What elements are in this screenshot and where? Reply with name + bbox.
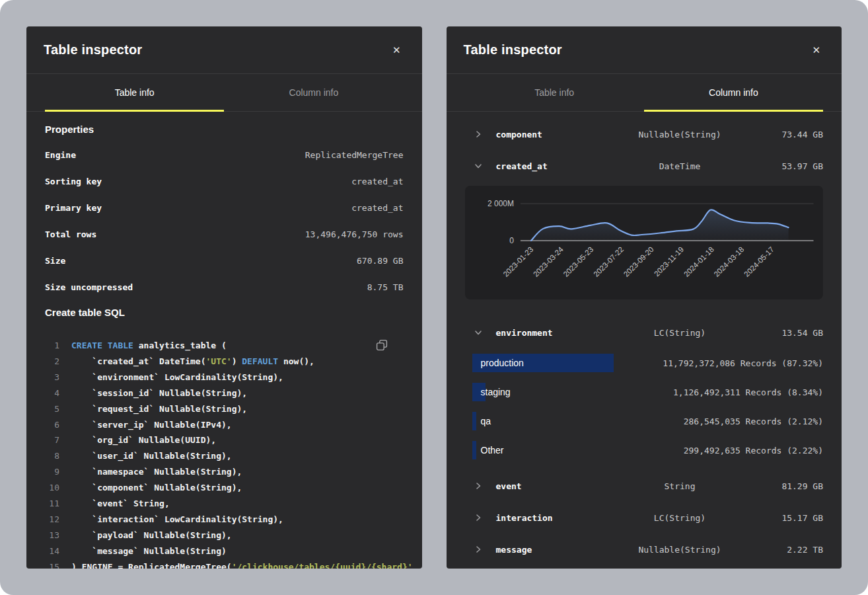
tab-table-info[interactable]: Table info	[45, 74, 224, 111]
sql-token: '/clickhouse/tables/{uuid}/{shard}'	[232, 562, 413, 569]
column-row-environment[interactable]: environmentLC(String)13.54 GB	[465, 317, 824, 348]
property-label: Size	[45, 256, 65, 266]
line-number: 6	[45, 417, 59, 433]
column-row-message[interactable]: messageNullable(String)2.22 TB	[465, 534, 824, 565]
chevron-right-icon	[474, 514, 482, 522]
tab-label: Column info	[289, 87, 339, 98]
value-records: 299,492,635 Records (2.22%)	[684, 446, 823, 456]
sql-line: 3 `environment` LowCardinality(String),	[45, 370, 404, 385]
sql-token: `server_ip` Nullable(IPv4),	[71, 420, 232, 430]
sql-line: 13 `payload` Nullable(String),	[45, 528, 404, 543]
property-label: Size uncompressed	[45, 282, 133, 292]
columns-list: componentNullable(String)73.44 GBcreated…	[465, 118, 824, 565]
sql-code-text: `environment` LowCardinality(String),	[71, 370, 283, 385]
tab-label: Table info	[115, 87, 155, 98]
tab-label: Column info	[709, 87, 758, 98]
sql-code-text: `interaction` LowCardinality(String),	[71, 512, 283, 528]
column-name: environment	[496, 328, 611, 338]
sql-token: `user_id` Nullable(String),	[71, 451, 232, 461]
column-name: created_at	[496, 161, 611, 171]
value-label: qa	[481, 412, 491, 430]
svg-text:2023-01-23: 2023-01-23	[501, 245, 534, 278]
column-row-interaction[interactable]: interactionLC(String)15.17 GB	[465, 502, 824, 534]
sql-line: 6 `server_ip` Nullable(IPv4),	[45, 417, 404, 433]
tab-table-info[interactable]: Table info	[465, 74, 644, 111]
column-info-scroll-area[interactable]: componentNullable(String)73.44 GBcreated…	[447, 112, 842, 569]
sql-code-text: `server_ip` Nullable(IPv4),	[71, 417, 232, 433]
sql-code-text: `request_id` Nullable(String),	[71, 401, 247, 417]
sql-code-text: `user_id` Nullable(String),	[71, 448, 232, 464]
create-table-sql-heading: Create table SQL	[45, 307, 404, 318]
value-records: 11,792,372,086 Records (87.32%)	[663, 358, 823, 368]
column-row-created_at[interactable]: created_atDateTime53.97 GB	[465, 150, 824, 182]
column-type: Nullable(String)	[610, 545, 749, 555]
property-row: Sorting keycreated_at	[45, 168, 404, 194]
column-size: 53.97 GB	[749, 161, 823, 171]
tab-column-info[interactable]: Column info	[644, 74, 823, 111]
svg-text:2023-05-23: 2023-05-23	[561, 245, 595, 278]
line-number: 5	[45, 401, 59, 417]
sql-code-text: `component` Nullable(String),	[71, 480, 242, 496]
sql-line: 7 `org_id` Nullable(UUID),	[45, 432, 404, 448]
column-type: Nullable(String)	[610, 130, 749, 139]
svg-text:2024-03-18: 2024-03-18	[712, 245, 745, 278]
column-name: component	[496, 130, 611, 139]
sql-code-text: `event` String,	[71, 496, 170, 512]
svg-text:2023-11-19: 2023-11-19	[652, 245, 684, 278]
sql-token: analytics_table (	[139, 340, 227, 350]
sql-token: `message` Nullable(String)	[71, 546, 227, 556]
sql-line: 10 `component` Nullable(String),	[45, 480, 404, 496]
value-bar-zone: staging	[472, 383, 674, 401]
sql-line: 14 `message` Nullable(String)	[45, 543, 404, 559]
property-label: Engine	[45, 150, 76, 160]
column-name: interaction	[496, 513, 611, 523]
sql-token: `session_id` Nullable(String),	[71, 388, 247, 398]
column-value-breakdown: production11,792,372,086 Records (87.32%…	[465, 348, 824, 465]
line-number: 2	[45, 354, 59, 370]
column-row-event[interactable]: eventString81.29 GB	[465, 470, 824, 502]
right-tab-bar: Table infoColumn info	[447, 74, 842, 112]
line-number: 13	[45, 528, 59, 543]
tab-column-info[interactable]: Column info	[224, 74, 403, 111]
value-label: production	[481, 354, 524, 372]
sql-token: `namespace` Nullable(String),	[71, 467, 242, 477]
sql-token: `environment` LowCardinality(String),	[71, 372, 283, 382]
value-bar-zone: production	[472, 354, 663, 372]
table-inspector-dialog-table-info: Table inspector ✕ Table infoColumn info …	[26, 26, 422, 569]
value-bar-zone: qa	[472, 412, 684, 430]
tab-label: Table info	[534, 87, 574, 98]
line-number: 11	[45, 496, 59, 512]
line-number: 3	[45, 370, 59, 385]
column-size: 13.54 GB	[749, 328, 823, 338]
value-bar	[472, 412, 476, 430]
sql-token: `event` String,	[71, 498, 170, 508]
sql-token: `component` Nullable(String),	[71, 483, 242, 493]
column-type: LC(String)	[610, 328, 749, 338]
dialog-title: Table inspector	[44, 42, 142, 58]
column-size: 73.44 GB	[749, 130, 823, 139]
property-label: Sorting key	[45, 177, 102, 186]
sql-code-text: `message` Nullable(String)	[71, 543, 227, 559]
close-icon[interactable]: ✕	[808, 42, 824, 58]
column-type: DateTime	[610, 161, 749, 171]
value-bar	[472, 441, 476, 459]
property-value: ReplicatedMergeTree	[305, 150, 404, 160]
sql-code-text: `org_id` Nullable(UUID),	[71, 432, 216, 448]
value-row-other: Other299,492,635 Records (2.22%)	[465, 436, 824, 465]
copy-icon[interactable]	[375, 338, 389, 354]
table-info-scroll-area[interactable]: Properties EngineReplicatedMergeTreeSort…	[26, 112, 422, 569]
close-icon[interactable]: ✕	[388, 42, 405, 58]
chevron-right-icon	[474, 130, 482, 138]
sql-line: 9 `namespace` Nullable(String),	[45, 464, 404, 480]
column-distribution-chart: 2 000M02023-01-232023-03-242023-05-23202…	[465, 186, 824, 299]
value-records: 286,545,035 Records (2.12%)	[684, 416, 823, 426]
desktop-background: Table inspector ✕ Table infoColumn info …	[0, 0, 868, 595]
column-name: message	[496, 545, 611, 555]
sql-line: 8 `user_id` Nullable(String),	[45, 448, 404, 464]
column-row-component[interactable]: componentNullable(String)73.44 GB	[465, 118, 824, 150]
value-label: Other	[481, 441, 504, 459]
sql-line: 15) ENGINE = ReplicatedMergeTree('/click…	[45, 559, 404, 569]
svg-text:2023-03-24: 2023-03-24	[531, 245, 564, 278]
property-row: Total rows13,496,476,750 rows	[45, 221, 404, 247]
properties-list: EngineReplicatedMergeTreeSorting keycrea…	[45, 141, 404, 300]
